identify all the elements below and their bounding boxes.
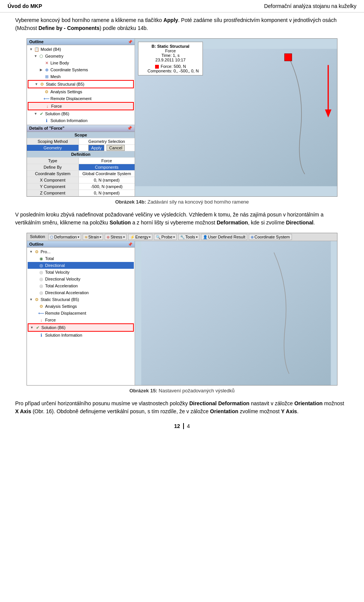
coordinate-system-dropdown[interactable]: ⊕ Coordinate System [249,234,292,240]
structural-icon: ⚙ [39,81,45,87]
expand-coordsys[interactable]: ▶ [38,68,44,72]
cancel-btn[interactable]: Cancel [107,145,125,151]
expand-geometry[interactable]: ▼ [33,54,38,58]
tree-item-linebody[interactable]: ✕ Line Body [28,60,134,66]
screenshot-2-wrapper: Solution ⬡ Deformation ▾ ≋ Strain ▾ ⊕ St… [27,233,337,386]
tree-item-solution-info-2[interactable]: ℹ Solution Information [28,332,134,339]
tree-item-mesh[interactable]: ⊞ Mesh [28,73,134,80]
info-box: B: Static Structural Force Time: 1, s 23… [138,42,203,75]
viewport-panel-2 [135,241,337,385]
solution-icon: ✔ [38,111,44,117]
tree-item-dir-velocity[interactable]: ◎ Directional Velocity [28,276,134,282]
proj-label: Pro... [41,249,50,254]
tree-item-directional[interactable]: ◎ Directional [28,262,134,269]
stress-dropdown[interactable]: ⊕ Stress ▾ [105,234,126,240]
coordsys-label: Coordinate Systems [50,67,88,72]
expand-structural[interactable]: ▼ [34,82,39,86]
info-components: Components: 0,, -500,, 0, N [142,69,199,73]
outline-tree-2: ▼ ⚙ Pro... ◉ Total ◎ [27,248,135,339]
final-paragraph: Pro případ určení horizontálního posunu … [15,400,349,415]
fig14b-caption-label: Obrázek 14b: [115,199,146,205]
expand-proj[interactable]: ▼ [28,250,34,254]
deformation-dropdown[interactable]: ⬡ Deformation ▾ [48,234,81,240]
tree-item-proj[interactable]: ▼ ⚙ Pro... [28,248,134,255]
analysis-icon: ⚙ [44,89,50,95]
pin-icon-2: 📌 [128,242,132,246]
header-right: Deformační analýza stojanu na kuželky [264,3,356,9]
scoping-method-value: Geometry Selection [78,138,135,145]
energy-arrow: ▾ [149,235,151,239]
tools-label: Tools [185,235,195,239]
final-text1: Pro případ určení horizontálního posunu … [15,400,189,406]
tree-item-total-velocity[interactable]: ◎ Total Velocity [28,269,134,276]
section-definition: Definition [27,151,135,158]
final-xaxis: X Axis [15,408,31,414]
tree-item-force[interactable]: ↓ Force [28,102,134,110]
info-title: B: Static Structural [142,44,199,49]
expand-solution[interactable]: ▼ [33,112,38,116]
directional-label: Directional [45,263,65,268]
scoping-method-label: Scoping Method [27,138,78,145]
analysis-icon-2: ⚙ [38,303,44,309]
strain-dropdown[interactable]: ≋ Strain ▾ [83,234,104,240]
tree-item-geometry[interactable]: ▼ ⬡ Geometry [28,53,134,60]
tree-item-coordsys[interactable]: ▶ ⊕ Coordinate Systems [28,66,134,73]
tree-item-total-accel[interactable]: ◎ Total Acceleration [28,282,134,289]
tree-item-dir-accel[interactable]: ◎ Directional Acceleration [28,289,134,296]
tree-item-solution-2[interactable]: ▼ ✔ Solution (B6) [28,323,134,332]
outline-panel-2: Outline 📌 ▼ ⚙ Pro... [27,241,135,385]
tree-item-total[interactable]: ◉ Total [28,255,134,262]
user-defined-label: User Defined Result [208,235,245,239]
expand-solution-2[interactable]: ▼ [29,326,35,329]
total-velocity-icon: ◎ [38,269,44,275]
solution-label-2: Solution (B6) [41,325,66,330]
final-text-dot: . [297,408,298,414]
tree-item-analysis-2[interactable]: ⚙ Analysis Settings [28,303,134,310]
solution-icon-2: ✔ [35,325,41,331]
probe-dropdown[interactable]: 🔍 Probe ▾ [154,234,176,240]
y-comp-value: -500, N (ramped) [78,183,135,190]
coordinate-label: Coordinate System [254,235,290,239]
intro-apply: Apply [163,17,178,23]
force-value-label: Force: 500, N [161,64,186,69]
linebody-icon: ✕ [44,60,50,66]
energy-dropdown[interactable]: ⚡ Energy ▾ [128,234,153,240]
user-defined-icon: 👤 [203,235,207,239]
main-content: Vybereme koncový bod horního ramene a kl… [0,16,364,437]
tree-item-remote-disp-2[interactable]: ⟵ Remote Displacement [28,310,134,317]
tree-item-structural-2[interactable]: ▼ ⚙ Static Structural (B5) [28,296,134,303]
screenshot2-toolbar: Solution ⬡ Deformation ▾ ≋ Strain ▾ ⊕ St… [27,233,337,241]
scope-header: Scope [27,132,135,138]
tree-item-solution-info[interactable]: ℹ Solution Information [28,117,134,124]
expand-model[interactable]: ▼ [28,47,34,51]
tree-item-solution[interactable]: ▼ ✔ Solution (B6) [28,110,134,117]
strain-icon: ≋ [85,235,88,239]
middle-solution: Solution [110,219,131,226]
apply-btn[interactable]: Apply [88,145,104,151]
geometry-row-label: Geometry [27,145,78,151]
tree-item-analysis-settings[interactable]: ⚙ Analysis Settings [28,88,134,95]
page-footer: 12 4 [15,423,349,437]
figure-15-caption: Obrázek 15: Nastavení požadovaných výsle… [15,388,349,393]
geometry-label: Geometry [45,54,63,58]
tools-dropdown[interactable]: 🔧 Tools ▾ [178,234,199,240]
coord-sys-label: Coordinate System [27,171,78,177]
page-header: Úvod do MKP Deformační analýza stojanu n… [0,0,364,13]
pin-icon: 📌 [128,40,132,44]
deformation-label: Deformation [54,235,77,239]
middle-text3: , kde si zvolíme [248,219,286,226]
tree-item-force-2[interactable]: ↓ Force [28,317,134,323]
tree-item-model[interactable]: ▼ 📋 Model (B4) [28,46,134,53]
info-line3: Time: 1, s [142,53,199,58]
tree-item-remote-disp[interactable]: ⟵ Remote Displacement [28,95,134,102]
middle-text2: a z horní lišty si vybereme možnost [131,219,217,226]
total-accel-label: Total Acceleration [45,284,78,288]
geometry-svg-2 [135,241,337,385]
final-directional: Directional Deformation [189,400,249,406]
expand-structural-2[interactable]: ▼ [28,298,34,301]
mesh-label: Mesh [50,74,61,79]
user-defined-dropdown[interactable]: 👤 User Defined Result [201,234,247,240]
dir-accel-icon: ◎ [38,290,44,296]
tree-item-structural[interactable]: ▼ ⚙ Static Structural (B5) [28,80,134,88]
solution-info-icon-2: ℹ [38,332,44,338]
